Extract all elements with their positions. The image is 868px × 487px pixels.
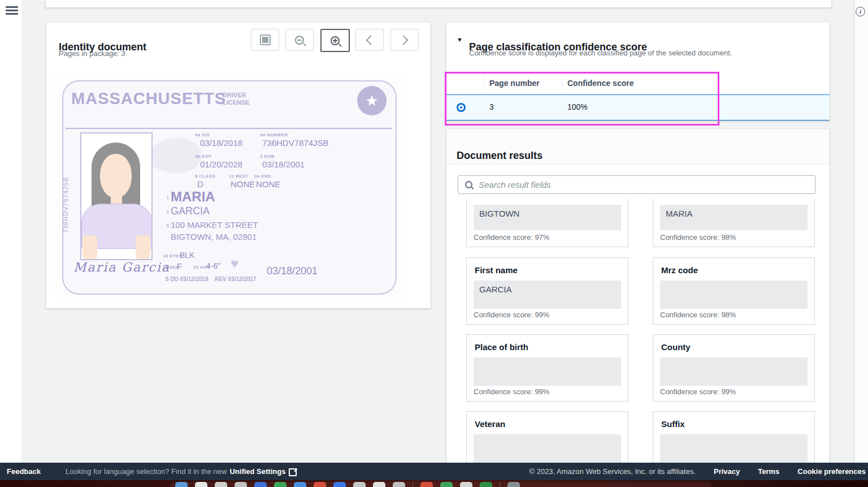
dock-app-icon[interactable]: [393, 482, 405, 487]
dock-app-icon[interactable]: [333, 482, 346, 487]
iss-value: 03/18/2018: [200, 138, 242, 148]
dock-app-icon[interactable]: [314, 482, 326, 487]
dock-app-icon[interactable]: [235, 482, 247, 487]
dock-app-icon[interactable]: [353, 482, 366, 487]
document-preview-image[interactable]: MASSACHUSETTS DRIVER LICENSE ★ 736HDV787…: [54, 74, 406, 298]
state-outline-watermark: [148, 138, 202, 173]
search-box: [458, 175, 815, 194]
eyes-value: BLK: [180, 251, 194, 260]
dock-app-icon[interactable]: [294, 482, 306, 487]
previous-page-button[interactable]: [355, 29, 384, 51]
exp-label: 4b EXP: [195, 154, 211, 159]
field-label: First name: [475, 265, 518, 275]
chevron-left-icon: [366, 35, 376, 45]
search-input[interactable]: [478, 176, 808, 193]
results-title: Document results: [457, 150, 542, 162]
dock-app-icon[interactable]: [373, 482, 385, 487]
field-value-box: [660, 434, 808, 463]
column-page-number: Page number: [489, 79, 540, 88]
result-field-card: Place of birth Confidence score: 99%: [466, 334, 628, 402]
external-link-icon: [289, 468, 297, 476]
classification-description: Confidence score is displayed for each c…: [469, 49, 732, 57]
privacy-link[interactable]: Privacy: [714, 467, 740, 476]
portrait-photo: [80, 132, 153, 260]
license-side-number: 736HDV7874JSB: [62, 148, 69, 233]
field-value: BIGTOWN: [479, 209, 519, 218]
zoom-in-button[interactable]: [320, 29, 350, 52]
license-doc-type: DRIVER LICENSE: [223, 92, 250, 106]
class-value: D: [197, 179, 203, 189]
chevron-right-icon: [399, 35, 409, 45]
field-confidence: Confidence score: 98%: [660, 311, 736, 319]
unified-settings-link[interactable]: Unified Settings: [229, 467, 285, 476]
field-label: County: [661, 342, 691, 352]
end-value: NONE: [256, 179, 280, 189]
result-field-card: Mrz code Confidence score: 98%: [653, 257, 815, 325]
rest-value: NONE: [231, 179, 255, 189]
hgt-value: 4-6": [206, 261, 220, 270]
dock-icons: [175, 482, 520, 487]
confidence-score-cell: 100%: [567, 102, 588, 111]
search-icon: [465, 181, 472, 188]
number-label: 4d NUMBER: [260, 132, 288, 137]
result-field-card: BIGTOWN Confidence score: 97%: [466, 199, 628, 247]
dock-app-icon[interactable]: [420, 482, 433, 487]
field-value: GARCIA: [479, 285, 512, 294]
info-icon[interactable]: i: [856, 7, 865, 16]
address-prefix: 8: [166, 223, 169, 229]
dock-app-icon[interactable]: [254, 482, 267, 487]
class-label: 9 CLASS: [195, 174, 215, 179]
driver-license-graphic: MASSACHUSETTS DRIVER LICENSE ★ 736HDV787…: [62, 80, 397, 295]
identity-document-panel: Identity document Pages in package: 3 MA…: [46, 23, 431, 308]
dock-app-icon[interactable]: [175, 482, 188, 487]
last-name-prefix: 2: [166, 209, 169, 215]
rev-line: REV 03/12/2017: [215, 276, 256, 282]
license-first-name: MARIA: [171, 189, 215, 205]
address-line2: BIGTOWN, MA, 02801: [171, 232, 257, 242]
field-label: Mrz code: [661, 265, 698, 275]
result-field-card: Veteran: [466, 411, 628, 463]
cookie-preferences-link[interactable]: Cookie preferences: [797, 467, 866, 476]
table-row[interactable]: 3 100%: [446, 94, 830, 120]
result-field-card: MARIA Confidence score: 98%: [653, 199, 815, 247]
dock-app-icon[interactable]: [440, 482, 453, 487]
zoom-out-icon: [295, 36, 304, 45]
pages-in-package: Pages in package: 3: [59, 49, 125, 58]
terms-link[interactable]: Terms: [758, 467, 779, 476]
dock-app-icon[interactable]: [460, 482, 472, 487]
dd-line: 5 DD 03/12/2019: [166, 276, 209, 282]
field-value-box: BIGTOWN: [474, 205, 621, 230]
fit-view-icon: [260, 35, 271, 45]
copyright-text: © 2023, Amazon Web Services, Inc. or its…: [529, 467, 696, 476]
dock-app-icon[interactable]: [215, 482, 227, 487]
app-window: Identity document Pages in package: 3 MA…: [0, 0, 868, 487]
zoom-out-button[interactable]: [285, 29, 314, 51]
radio-selected-icon[interactable]: [457, 103, 466, 112]
menu-icon[interactable]: [6, 6, 18, 15]
star-badge-icon: ★: [357, 86, 387, 115]
dock-app-icon[interactable]: [507, 482, 520, 487]
console-footer: Feedback Looking for language selection?…: [0, 463, 868, 480]
results-header: Document results: [446, 129, 830, 165]
dock-app-icon[interactable]: [195, 482, 207, 487]
field-value-box: MARIA: [660, 205, 808, 230]
dob-large: 03/18/2001: [267, 265, 318, 277]
dock-divider: [413, 482, 413, 487]
license-state: MASSACHUSETTS: [71, 89, 226, 108]
dock-app-icon[interactable]: [274, 482, 287, 487]
collapse-triangle-icon[interactable]: ▼: [457, 36, 463, 43]
license-last-name: GARCIA: [171, 205, 210, 217]
classification-panel: ▼ Page classification confidence score C…: [446, 23, 830, 120]
fit-view-button[interactable]: [251, 29, 279, 51]
feedback-link[interactable]: Feedback: [7, 467, 41, 476]
dock-app-icon[interactable]: [480, 482, 492, 487]
field-confidence: Confidence score: 97%: [474, 233, 549, 242]
dob-label: 3 DOB: [260, 154, 275, 159]
rest-label: 12 REST: [229, 174, 249, 179]
field-value-box: [474, 357, 621, 386]
field-label: Place of birth: [475, 342, 528, 352]
next-page-button[interactable]: [390, 29, 419, 51]
result-field-card: County Confidence score: 99%: [653, 334, 815, 402]
desktop-strip: [0, 480, 868, 487]
first-name-prefix: 1: [166, 195, 169, 200]
